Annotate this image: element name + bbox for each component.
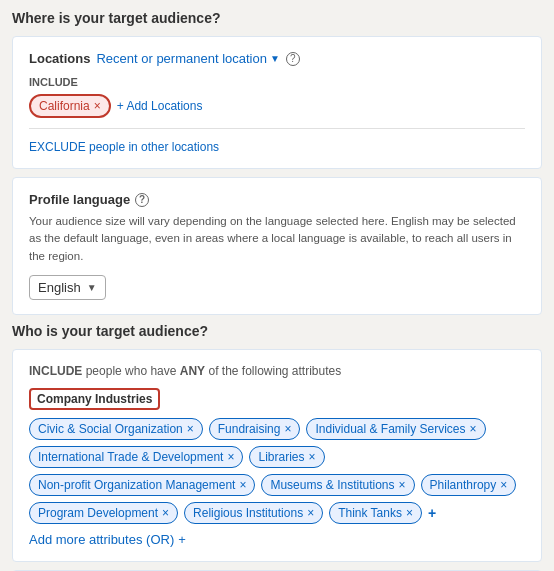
location-type-dropdown[interactable]: Recent or permanent location ▼ <box>96 51 279 66</box>
california-tag-text: California <box>39 99 90 113</box>
tag-civic-remove[interactable]: × <box>187 423 194 435</box>
tag-think-tanks-text: Think Tanks <box>338 506 402 520</box>
tag-program-dev-text: Program Development <box>38 506 158 520</box>
location-type-text: Recent or permanent location <box>96 51 267 66</box>
language-select[interactable]: English ▼ <box>29 275 106 300</box>
california-tag[interactable]: California × <box>29 94 111 118</box>
locations-card: Locations Recent or permanent location ▼… <box>12 36 542 169</box>
tag-nonprofit-remove[interactable]: × <box>239 479 246 491</box>
language-select-text: English <box>38 280 81 295</box>
tag-museums-text: Museums & Institutions <box>270 478 394 492</box>
add-more-text: Add more attributes (OR) <box>29 532 174 547</box>
locations-label: Locations <box>29 51 90 66</box>
tag-museums-remove[interactable]: × <box>399 479 406 491</box>
tag-individual-family-text: Individual & Family Services <box>315 422 465 436</box>
add-more-plus-icon: + <box>178 532 186 547</box>
tag-libraries[interactable]: Libraries × <box>249 446 324 468</box>
include-strong: INCLUDE <box>29 364 82 378</box>
tag-religious-remove[interactable]: × <box>307 507 314 519</box>
tag-civic-text: Civic & Social Organization <box>38 422 183 436</box>
exclude-locations-button[interactable]: EXCLUDE people in other locations <box>29 140 219 154</box>
chevron-down-icon: ▼ <box>270 53 280 64</box>
tag-program-dev-remove[interactable]: × <box>162 507 169 519</box>
california-remove-icon[interactable]: × <box>94 99 101 113</box>
add-locations-button[interactable]: + Add Locations <box>117 99 203 113</box>
tag-individual-family-remove[interactable]: × <box>470 423 477 435</box>
help-icon[interactable]: ? <box>286 52 300 66</box>
include-any-label: INCLUDE people who have ANY of the follo… <box>29 364 525 378</box>
tag-civic[interactable]: Civic & Social Organization × <box>29 418 203 440</box>
company-industries-header: Company Industries <box>29 388 160 410</box>
tag-philanthropy[interactable]: Philanthropy × <box>421 474 517 496</box>
tag-museums[interactable]: Museums & Institutions × <box>261 474 414 496</box>
profile-language-card: Profile language ? Your audience size wi… <box>12 177 542 315</box>
location-tags-row: California × + Add Locations <box>29 94 525 118</box>
tag-libraries-text: Libraries <box>258 450 304 464</box>
page-title: Where is your target audience? <box>12 10 542 26</box>
include-any-card: INCLUDE people who have ANY of the follo… <box>12 349 542 562</box>
add-more-attributes-button[interactable]: Add more attributes (OR) + <box>29 532 186 547</box>
profile-language-description: Your audience size will vary depending o… <box>29 213 525 265</box>
tag-international-trade-remove[interactable]: × <box>227 451 234 463</box>
tag-program-dev[interactable]: Program Development × <box>29 502 178 524</box>
any-strong: ANY <box>180 364 205 378</box>
tag-nonprofit-text: Non-profit Organization Management <box>38 478 235 492</box>
include-label: INCLUDE <box>29 76 525 88</box>
following-text: of the following attributes <box>208 364 341 378</box>
tag-libraries-remove[interactable]: × <box>309 451 316 463</box>
tag-fundraising[interactable]: Fundraising × <box>209 418 301 440</box>
tag-international-trade[interactable]: International Trade & Development × <box>29 446 243 468</box>
add-industry-tag-button[interactable]: + <box>428 505 436 521</box>
tag-international-trade-text: International Trade & Development <box>38 450 223 464</box>
industry-tags-row: Civic & Social Organization × Fundraisin… <box>29 418 525 524</box>
tag-philanthropy-remove[interactable]: × <box>500 479 507 491</box>
tag-think-tanks-remove[interactable]: × <box>406 507 413 519</box>
include-any-text: people who have <box>86 364 180 378</box>
tag-fundraising-text: Fundraising <box>218 422 281 436</box>
tag-nonprofit[interactable]: Non-profit Organization Management × <box>29 474 255 496</box>
tag-think-tanks[interactable]: Think Tanks × <box>329 502 422 524</box>
profile-language-help-icon[interactable]: ? <box>135 193 149 207</box>
who-title: Who is your target audience? <box>12 323 542 339</box>
tag-philanthropy-text: Philanthropy <box>430 478 497 492</box>
language-select-arrow-icon: ▼ <box>87 282 97 293</box>
profile-language-title: Profile language <box>29 192 130 207</box>
tag-individual-family[interactable]: Individual & Family Services × <box>306 418 485 440</box>
tag-religious[interactable]: Religious Institutions × <box>184 502 323 524</box>
tag-religious-text: Religious Institutions <box>193 506 303 520</box>
tag-fundraising-remove[interactable]: × <box>284 423 291 435</box>
